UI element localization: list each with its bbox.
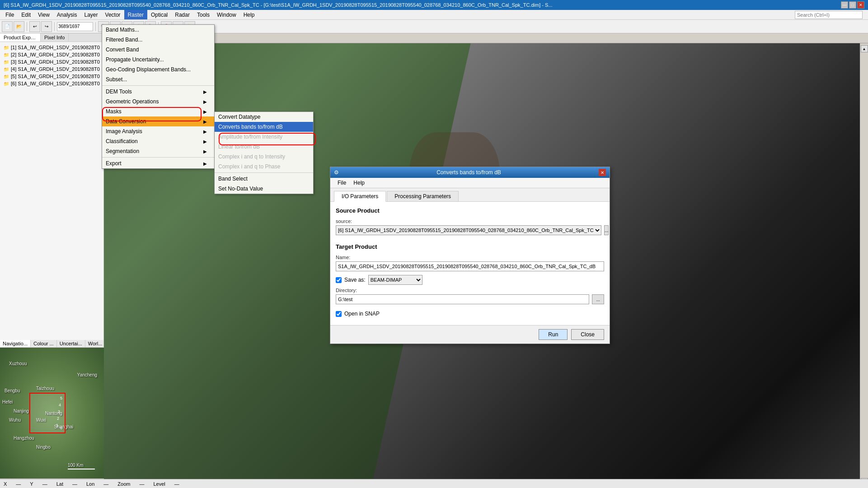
menu-convert-band[interactable]: Convert Band bbox=[102, 45, 214, 55]
dialog-tab-io-params[interactable]: I/O Parameters bbox=[334, 191, 386, 202]
tab-colour[interactable]: Colour ... bbox=[31, 340, 57, 347]
close-dialog-button[interactable]: Close bbox=[571, 329, 604, 340]
menu-layer[interactable]: Layer bbox=[81, 10, 102, 19]
menu-tools[interactable]: Tools bbox=[193, 10, 213, 19]
list-item[interactable]: 📁 [1] S1A_IW_GRDH_1SDV_20190828T0 bbox=[2, 44, 102, 51]
product-label: [1] S1A_IW_GRDH_1SDV_20190828T0 bbox=[11, 45, 100, 50]
list-item[interactable]: 📁 [5] S1A_IW_GRDH_1SDV_20190828T0 bbox=[2, 73, 102, 80]
product-label: [6] S1A_IW_GRDH_1SDV_20190828T0 bbox=[11, 81, 100, 86]
menu-view[interactable]: View bbox=[34, 10, 53, 19]
folder-icon: 📁 bbox=[4, 74, 9, 79]
spacer bbox=[336, 238, 604, 243]
menu-analysis[interactable]: Analysis bbox=[53, 10, 81, 19]
source-browse-button[interactable]: ... bbox=[604, 225, 609, 235]
city-label: Bengbu bbox=[5, 388, 20, 393]
menu-optical[interactable]: Optical bbox=[147, 10, 171, 19]
menu-separator-dc bbox=[215, 172, 313, 173]
submenu-arrow: ▶ bbox=[203, 119, 207, 124]
menu-data-conversion[interactable]: Data Conversion ▶ bbox=[102, 116, 214, 126]
city-label: Taizhouu bbox=[36, 386, 54, 391]
panel-tabs: Product Explorer ✕ Pixel Info bbox=[0, 33, 103, 42]
submenu-arrow: ▶ bbox=[203, 149, 207, 154]
dialog-menu-help[interactable]: Help bbox=[350, 179, 368, 187]
menu-masks[interactable]: Masks ▶ bbox=[102, 107, 214, 116]
tab-navigation[interactable]: Navigatio... bbox=[0, 340, 31, 347]
menu-vector[interactable]: Vector bbox=[102, 10, 124, 19]
menu-segmentation[interactable]: Segmentation ▶ bbox=[102, 146, 214, 156]
level-value: — bbox=[174, 481, 179, 487]
name-input[interactable] bbox=[336, 261, 604, 271]
menu-linear-db: Linear to/from dB bbox=[215, 142, 313, 152]
new-button[interactable]: 📄 bbox=[2, 21, 13, 32]
number-label: 4 bbox=[59, 403, 61, 407]
submenu-arrow: ▶ bbox=[203, 109, 207, 114]
coord-input[interactable] bbox=[57, 22, 93, 31]
minimize-button[interactable]: — bbox=[841, 1, 848, 9]
scale-line bbox=[68, 469, 95, 469]
source-select[interactable]: [6] S1A_IW_GRDH_1SDV_20190828T095515_201… bbox=[336, 225, 601, 235]
menu-bar: File Edit View Analysis Layer Vector Ras… bbox=[0, 10, 868, 20]
submenu-arrow: ▶ bbox=[203, 139, 207, 144]
scroll-up-button[interactable]: ▲ bbox=[861, 45, 868, 52]
menu-band-select[interactable]: Band Select bbox=[215, 174, 313, 184]
undo-button[interactable]: ↩ bbox=[29, 21, 40, 32]
list-item[interactable]: 📁 [2] S1A_IW_GRDH_1SDV_20190828T0 bbox=[2, 51, 102, 58]
redo-button[interactable]: ↪ bbox=[41, 21, 52, 32]
map-selection-rect: 5 4 3 2 1 6 bbox=[29, 393, 66, 433]
image-tab-bar: 🖼 Sigma0_VH ✕ bbox=[104, 33, 868, 43]
menu-edit[interactable]: Edit bbox=[18, 10, 34, 19]
menu-window[interactable]: Window bbox=[213, 10, 240, 19]
submenu-arrow: ▶ bbox=[203, 161, 207, 166]
save-as-checkbox[interactable] bbox=[336, 277, 342, 283]
menu-file[interactable]: File bbox=[2, 10, 18, 19]
list-item[interactable]: 📁 [6] S1A_IW_GRDH_1SDV_20190828T0 bbox=[2, 80, 102, 87]
directory-input[interactable] bbox=[336, 294, 589, 304]
menu-set-no-data[interactable]: Set No-Data Value bbox=[215, 184, 313, 194]
menu-geo-coding[interactable]: Geo-Coding Displacement Bands... bbox=[102, 65, 214, 74]
dialog-tab-processing[interactable]: Processing Parameters bbox=[387, 191, 459, 201]
product-label: [3] S1A_IW_GRDH_1SDV_20190828T0 bbox=[11, 59, 100, 65]
dialog-content: Source Product source: [6] S1A_IW_GRDH_1… bbox=[330, 202, 610, 325]
menu-propagate-uncertainty[interactable]: Propagate Uncertainty... bbox=[102, 55, 214, 65]
number-label: 6 bbox=[60, 426, 62, 430]
menu-help[interactable]: Help bbox=[240, 10, 258, 19]
folder-icon: 📁 bbox=[4, 60, 9, 65]
folder-icon: 📁 bbox=[4, 67, 9, 72]
save-as-row: Save as: BEAM-DIMAP bbox=[336, 275, 604, 285]
menu-convert-datatype[interactable]: Convert Datatype bbox=[215, 112, 313, 122]
run-button[interactable]: Run bbox=[539, 329, 568, 340]
dialog-icon: ⚙ bbox=[334, 169, 339, 176]
menu-dem-tools[interactable]: DEM Tools ▶ bbox=[102, 87, 214, 97]
save-as-select[interactable]: BEAM-DIMAP bbox=[368, 275, 422, 285]
city-label: Ningbo bbox=[36, 445, 51, 450]
menu-classification[interactable]: Classification ▶ bbox=[102, 136, 214, 146]
tab-uncertainty[interactable]: Uncertai... bbox=[57, 340, 85, 347]
list-item[interactable]: 📁 [4] S1A_IW_GRDH_1SDV_20190828T0 bbox=[2, 65, 102, 73]
close-button[interactable]: ✕ bbox=[857, 1, 864, 9]
number-label: 2 bbox=[57, 416, 59, 421]
open-button[interactable]: 📂 bbox=[14, 21, 24, 32]
maximize-button[interactable]: □ bbox=[849, 1, 856, 9]
menu-image-analysis[interactable]: Image Analysis ▶ bbox=[102, 126, 214, 136]
search-input[interactable] bbox=[795, 11, 863, 19]
dialog-close-button[interactable]: ✕ bbox=[599, 169, 606, 176]
menu-geometric-operations[interactable]: Geometric Operations ▶ bbox=[102, 97, 214, 107]
directory-row: ... bbox=[336, 294, 604, 304]
directory-browse-button[interactable]: ... bbox=[592, 294, 604, 304]
title-text: [6] S1A_IW_GRDH_1SDV_20190828T095515_201… bbox=[4, 2, 841, 8]
menu-radar[interactable]: Radar bbox=[171, 10, 193, 19]
dialog-menu-file[interactable]: File bbox=[334, 179, 350, 187]
open-snap-checkbox[interactable] bbox=[336, 311, 342, 317]
tab-pixel-info[interactable]: Pixel Info bbox=[41, 33, 69, 42]
list-item[interactable]: 📁 [3] S1A_IW_GRDH_1SDV_20190828T0 bbox=[2, 58, 102, 65]
menu-filtered-band[interactable]: Filtered Band... bbox=[102, 35, 214, 45]
tab-product-explorer[interactable]: Product Explorer ✕ bbox=[0, 33, 41, 42]
menu-band-maths[interactable]: Band Maths... bbox=[102, 25, 214, 35]
menu-export[interactable]: Export ▶ bbox=[102, 158, 214, 168]
menu-raster[interactable]: Raster bbox=[124, 10, 147, 19]
left-panel: Product Explorer ✕ Pixel Info 📁 [1] S1A_… bbox=[0, 33, 104, 487]
menu-subset[interactable]: Subset... bbox=[102, 74, 214, 84]
product-label: [5] S1A_IW_GRDH_1SDV_20190828T0 bbox=[11, 74, 100, 79]
menu-converts-bands-db[interactable]: Converts bands to/from dB bbox=[215, 122, 313, 132]
open-snap-row: Open in SNAP bbox=[336, 311, 604, 317]
